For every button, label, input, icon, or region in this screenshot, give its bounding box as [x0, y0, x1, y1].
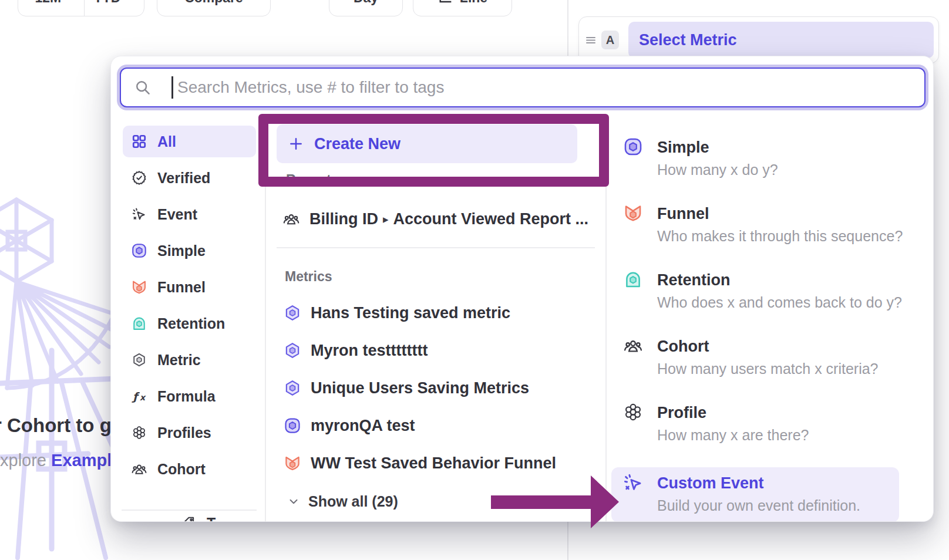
sidebar-divider [265, 117, 266, 522]
cohort-icon [131, 461, 147, 477]
select-metric-modal: All Verified Event Simple Funnel Retenti… [110, 56, 934, 522]
date-range-segmented-control: 12M YTD [18, 0, 144, 16]
sidebar-item-verified[interactable]: Verified [123, 162, 256, 194]
metric-type-funnel[interactable]: Funnel [657, 203, 709, 224]
range-ytd-button[interactable]: YTD [84, 0, 144, 16]
simple-metric-icon [284, 417, 301, 434]
select-metric-pill[interactable]: Select Metric [628, 22, 934, 58]
plus-icon [288, 136, 304, 151]
metric-type-custom-event-desc: Build your own event definition. [657, 497, 860, 514]
metric-hexagon-icon [284, 379, 301, 397]
metric-type-cohort[interactable]: Cohort [657, 336, 709, 357]
recents-divider [277, 247, 595, 248]
chart-type-line-button[interactable]: Line [413, 0, 512, 16]
saved-metric-row[interactable]: Myron testttttttt [284, 335, 428, 366]
funnel-icon [623, 203, 643, 223]
caret-down-icon [124, 0, 134, 3]
funnel-icon [131, 279, 147, 295]
event-cursor-icon [131, 207, 147, 222]
search-focus-ring [117, 65, 928, 110]
metric-type-cohort-desc: How many users match x criteria? [657, 360, 879, 377]
series-badge: A [601, 31, 619, 49]
search-icon [134, 79, 152, 96]
metric-type-custom-event[interactable]: Custom Event [657, 473, 764, 494]
metric-hexagon-icon [284, 342, 301, 359]
tag-icon [180, 515, 197, 522]
line-chart-icon [438, 0, 454, 6]
sidebar-item-retention[interactable]: Retention [123, 308, 256, 339]
chevron-down-icon [287, 495, 300, 508]
metric-type-funnel-desc: Who makes it through this sequence? [657, 227, 903, 245]
show-all-toggle[interactable]: Show all (29) [287, 491, 398, 512]
metric-type-profile-desc: How many x are there? [657, 426, 809, 444]
recent-item-row[interactable]: Billing ID ▸ Account Viewed Report ... [282, 206, 596, 232]
sidebar-item-all[interactable]: All [123, 126, 256, 157]
cohort-icon [623, 336, 643, 356]
sparkle-cursor-icon [623, 473, 643, 492]
sidebar-item-tags-partial[interactable]: T [172, 515, 305, 522]
retention-icon [131, 315, 147, 332]
metrics-heading: Metrics [285, 269, 332, 285]
profiles-icon [131, 425, 147, 440]
svg-text:x: x [140, 393, 146, 402]
search-box [120, 68, 926, 107]
saved-metric-row[interactable]: WW Test Saved Behavior Funnel [284, 447, 556, 479]
range-12m-button[interactable]: 12M [18, 0, 78, 16]
sidebar-item-simple[interactable]: Simple [123, 235, 256, 266]
drag-handle-icon[interactable] [584, 33, 598, 47]
simple-metric-icon [131, 242, 147, 259]
search-input[interactable] [176, 77, 924, 97]
retention-icon [623, 269, 643, 289]
svg-text:ƒ: ƒ [132, 390, 140, 403]
sidebar-item-metric[interactable]: Metric [123, 344, 256, 376]
sidebar-item-funnel[interactable]: Funnel [123, 271, 256, 303]
create-new-button[interactable]: Create New [277, 124, 577, 163]
recents-heading: Recents [286, 172, 338, 188]
simple-metric-icon [623, 137, 643, 157]
text-cursor [171, 76, 173, 99]
metric-type-simple-desc: How many x do y? [657, 161, 778, 178]
profiles-icon [623, 402, 643, 422]
saved-metric-row[interactable]: Unique Users Saving Metrics [284, 372, 529, 404]
interval-day-button[interactable]: Day [329, 0, 403, 16]
formula-icon: ƒx [131, 389, 147, 404]
verified-badge-icon [131, 170, 147, 185]
saved-metric-row[interactable]: Hans Testing saved metric [284, 297, 510, 329]
compare-button[interactable]: Compare [157, 0, 271, 16]
cohort-icon [282, 210, 300, 228]
metric-type-simple[interactable]: Simple [657, 137, 709, 158]
metric-type-profile[interactable]: Profile [657, 402, 706, 423]
metric-type-retention[interactable]: Retention [657, 269, 731, 291]
funnel-icon [284, 454, 301, 472]
sidebar-bottom-divider [122, 510, 257, 511]
sidebar-item-cohort[interactable]: Cohort [123, 453, 256, 485]
metric-hexagon-icon [131, 352, 147, 367]
sidebar-item-formula[interactable]: ƒx Formula [123, 380, 256, 412]
saved-metric-row[interactable]: myronQA test [284, 410, 415, 441]
sidebar-item-profiles[interactable]: Profiles [123, 417, 256, 448]
sidebar-item-event[interactable]: Event [123, 198, 256, 230]
empty-state-headline: r Cohort to ge [0, 414, 122, 437]
grid-icon [131, 134, 147, 149]
explore-prefix: xplore [0, 451, 51, 470]
types-divider [605, 117, 607, 522]
breadcrumb-separator: ▸ [378, 212, 393, 226]
metric-hexagon-icon [284, 304, 301, 322]
metric-type-retention-desc: Who does x and comes back to do y? [657, 294, 902, 311]
